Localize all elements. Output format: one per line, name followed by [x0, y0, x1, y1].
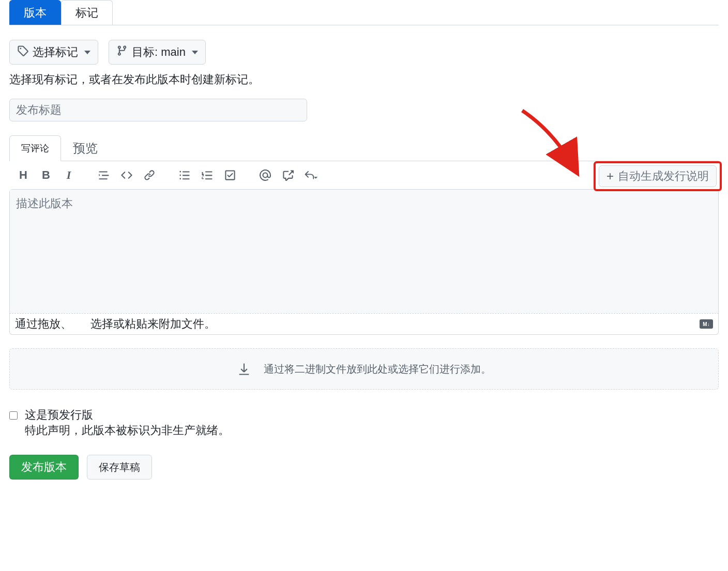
unordered-list-button[interactable]: [178, 168, 191, 182]
tab-releases[interactable]: 版本: [9, 0, 61, 25]
prerelease-checkbox[interactable]: [9, 411, 18, 420]
branch-icon: [116, 45, 128, 59]
attach-select-text: 选择或粘贴来附加文件。: [90, 316, 216, 332]
reply-icon: [304, 169, 315, 181]
download-arrow-icon: [237, 362, 251, 376]
target-branch-label: 目标: main: [132, 44, 186, 60]
list-unordered-icon: [179, 169, 190, 181]
list-ordered-icon: [202, 169, 213, 181]
publish-release-button[interactable]: 发布版本: [9, 455, 79, 480]
attachment-row[interactable]: 通过拖放、 选择或粘贴来附加文件。 M↓: [9, 313, 719, 335]
mention-icon: [260, 169, 271, 181]
link-button[interactable]: [143, 168, 156, 182]
auto-generate-label: 自动生成发行说明: [618, 168, 709, 184]
choose-tag-button[interactable]: 选择标记: [9, 40, 98, 65]
tab-write[interactable]: 写评论: [9, 135, 61, 161]
italic-button[interactable]: I: [62, 168, 75, 182]
markdown-icon[interactable]: M↓: [700, 319, 713, 329]
editor-tabs: 写评论 预览: [9, 135, 719, 161]
chevron-down-icon: [192, 51, 198, 54]
prerelease-subtext: 特此声明，此版本被标识为非生产就绪。: [25, 423, 230, 438]
editor-toolbar: H B I: [9, 161, 719, 189]
description-textarea[interactable]: [10, 190, 718, 318]
quote-icon: [98, 169, 110, 181]
tag-icon: [17, 45, 28, 59]
target-branch-button[interactable]: 目标: main: [109, 40, 206, 65]
code-button[interactable]: [120, 168, 133, 182]
save-draft-button[interactable]: 保存草稿: [87, 455, 152, 480]
tag-helper-text: 选择现有标记，或者在发布此版本时创建新标记。: [9, 72, 719, 87]
quote-button[interactable]: [97, 168, 111, 182]
release-title-input[interactable]: [9, 99, 307, 121]
attach-drop-text: 通过拖放、: [15, 316, 72, 332]
plus-icon: +: [606, 169, 614, 183]
heading-button[interactable]: H: [17, 168, 30, 182]
cross-reference-icon: [282, 169, 294, 181]
bold-button[interactable]: B: [39, 168, 53, 182]
reply-button[interactable]: [304, 168, 317, 182]
prerelease-block: 这是预发行版 特此声明，此版本被标识为非生产就绪。: [9, 407, 719, 438]
binaries-drop-zone[interactable]: 通过将二进制文件放到此处或选择它们进行添加。: [9, 348, 719, 390]
tasklist-button[interactable]: [223, 168, 237, 182]
tab-tags[interactable]: 标记: [61, 0, 113, 25]
chevron-down-icon: [84, 51, 90, 54]
link-icon: [144, 169, 155, 181]
actions-row: 发布版本 保存草稿: [9, 455, 719, 480]
top-nav: 版本 标记: [9, 0, 719, 25]
ordered-list-button[interactable]: [201, 168, 214, 182]
selector-row: 选择标记 目标: main: [9, 40, 719, 65]
tab-preview[interactable]: 预览: [61, 135, 110, 161]
prerelease-label: 这是预发行版: [25, 407, 230, 423]
code-icon: [121, 169, 132, 181]
annotation-highlight-box: + 自动生成发行说明: [594, 161, 722, 191]
binaries-zone-text: 通过将二进制文件放到此处或选择它们进行添加。: [264, 362, 491, 376]
cross-reference-button[interactable]: [281, 168, 295, 182]
choose-tag-label: 选择标记: [33, 44, 78, 60]
mention-button[interactable]: [259, 168, 272, 182]
auto-generate-release-notes-button[interactable]: + 自动生成发行说明: [599, 165, 717, 187]
tasklist-icon: [224, 169, 236, 181]
description-area: [9, 189, 719, 313]
